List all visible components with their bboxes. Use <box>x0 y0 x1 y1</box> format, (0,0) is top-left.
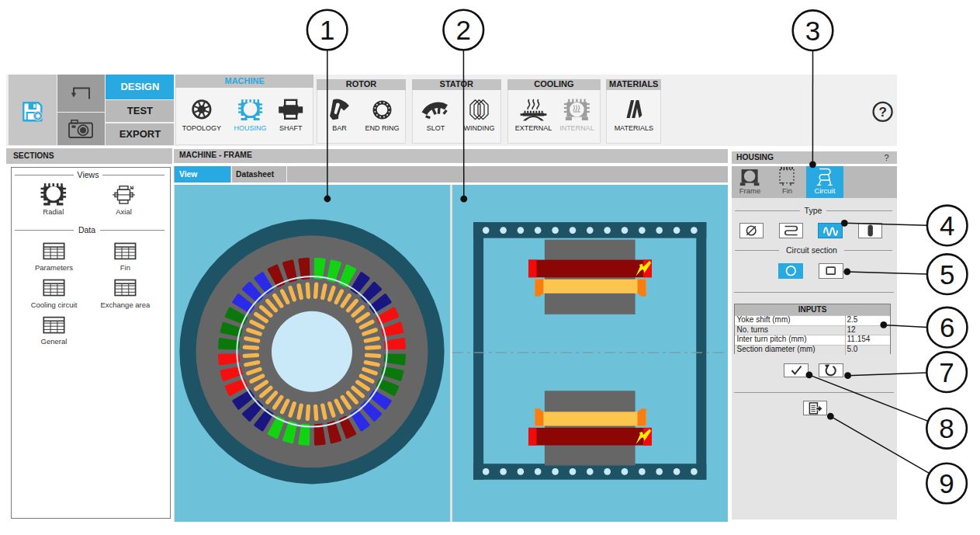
svg-text:3: 3 <box>805 16 820 46</box>
svg-text:2: 2 <box>456 15 471 45</box>
svg-text:1: 1 <box>320 15 334 45</box>
svg-text:5: 5 <box>940 259 954 290</box>
svg-text:8: 8 <box>939 413 954 443</box>
svg-text:9: 9 <box>939 468 954 499</box>
svg-text:6: 6 <box>940 312 954 342</box>
svg-text:4: 4 <box>940 210 954 241</box>
svg-text:7: 7 <box>939 357 954 387</box>
